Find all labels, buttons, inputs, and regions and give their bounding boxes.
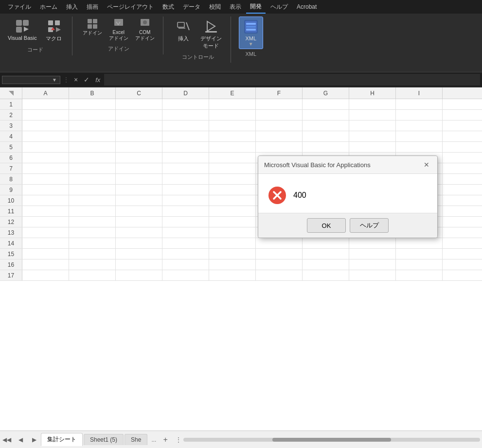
dialog-titlebar: Microsoft Visual Basic for Applications … — [258, 156, 437, 174]
error-dialog: Microsoft Visual Basic for Applications … — [258, 155, 438, 238]
error-icon — [268, 186, 286, 205]
ok-button[interactable]: OK — [307, 218, 346, 233]
error-message: 400 — [293, 191, 306, 200]
dialog-overlay: Microsoft Visual Basic for Applications … — [0, 0, 482, 448]
dialog-footer: OK ヘルプ — [258, 213, 437, 238]
dialog-close-button[interactable]: ✕ — [422, 160, 431, 170]
help-button[interactable]: ヘルプ — [350, 218, 389, 233]
dialog-body: 400 — [258, 174, 437, 213]
dialog-title: Microsoft Visual Basic for Applications — [264, 161, 371, 169]
